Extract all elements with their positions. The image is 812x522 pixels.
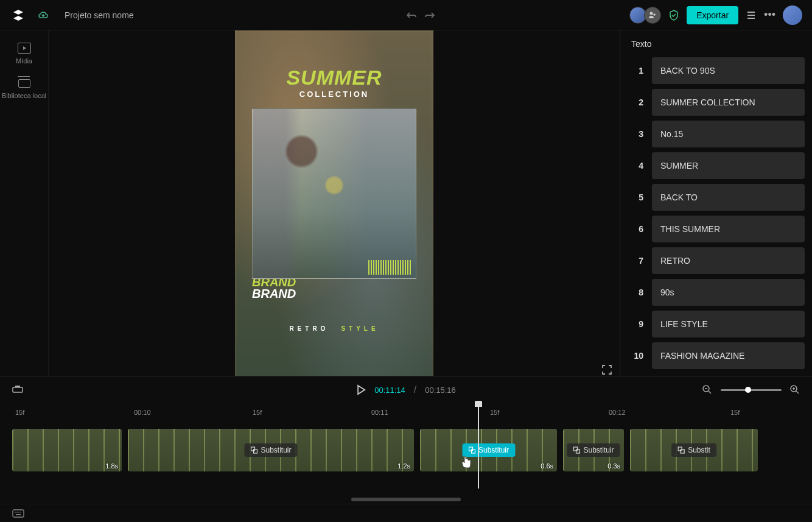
preview-brand-2: BRAND <box>252 287 296 301</box>
text-list-item: 2SUMMER COLLECTION <box>631 89 805 116</box>
playhead[interactable] <box>478 403 479 488</box>
more-menu-icon[interactable]: ••• <box>764 9 775 21</box>
timeline-clip[interactable]: Substituir1.2s <box>128 429 414 471</box>
replace-button[interactable]: Substit <box>671 443 716 457</box>
timeline-clip[interactable]: Substit <box>630 429 758 471</box>
app-logo-icon[interactable] <box>10 6 28 24</box>
replace-button[interactable]: Substituir <box>244 443 297 457</box>
svg-rect-15 <box>469 447 472 451</box>
timeline-scrollbar[interactable] <box>351 498 461 501</box>
timeline-mode-icon[interactable] <box>12 386 23 394</box>
svg-rect-17 <box>573 447 577 451</box>
text-item-number: 10 <box>631 351 643 361</box>
text-list-item: 5BACK TO <box>631 184 805 211</box>
sidebar-item-library[interactable]: Biblioteca local <box>2 79 46 100</box>
fullscreen-icon[interactable] <box>601 364 612 375</box>
user-avatar[interactable] <box>783 5 802 25</box>
text-item-number: 7 <box>631 256 643 266</box>
text-list-item: 4SUMMER <box>631 152 805 179</box>
ruler-mark: 15f <box>490 409 499 416</box>
svg-rect-13 <box>251 447 254 451</box>
cloud-sync-icon[interactable] <box>38 10 50 20</box>
replace-icon <box>250 446 257 454</box>
preview-retro: RETRO <box>289 325 329 332</box>
svg-rect-26 <box>16 514 21 515</box>
svg-rect-20 <box>681 450 684 453</box>
text-item-number: 6 <box>631 224 643 234</box>
text-item-box[interactable]: No.15 <box>652 121 805 147</box>
text-item-number: 1 <box>631 66 643 76</box>
svg-rect-4 <box>13 387 23 392</box>
svg-rect-2 <box>747 15 755 16</box>
ruler-mark: 15f <box>253 409 262 416</box>
sidebar-item-label: Mídia <box>16 57 32 65</box>
text-list-item: 7RETRO <box>631 247 805 274</box>
clip-duration: 1.2s <box>397 462 410 470</box>
replace-button[interactable]: Substituir <box>462 443 515 457</box>
zoom-slider[interactable] <box>721 389 782 391</box>
sidebar-item-media[interactable]: Mídia <box>16 43 32 65</box>
ruler-mark: 00:11 <box>371 409 388 416</box>
play-button[interactable] <box>356 384 366 395</box>
text-item-box[interactable]: RETRO <box>652 247 805 274</box>
text-item-number: 2 <box>631 97 643 107</box>
export-button[interactable]: Exportar <box>687 6 738 24</box>
library-icon <box>18 79 30 88</box>
zoom-in-icon[interactable] <box>790 385 800 395</box>
text-panel: Texto 1BACK TO 90S2SUMMER COLLECTION3No.… <box>620 30 812 376</box>
svg-point-24 <box>18 512 19 513</box>
header-left: Projeto sem nome <box>10 6 632 24</box>
clip-duration: 1.8s <box>105 462 118 470</box>
layers-icon[interactable] <box>746 10 757 20</box>
timeline-clip[interactable]: Substituir0.3s <box>563 429 624 471</box>
replace-icon <box>677 446 685 454</box>
preview-inset-image <box>252 108 416 279</box>
text-item-box[interactable]: 90s <box>652 279 805 306</box>
video-preview[interactable]: SUMMER COLLECTION BRAND BRAND RETRO STYL… <box>235 30 433 376</box>
text-item-box[interactable]: THIS SUMMER <box>652 216 805 242</box>
redo-button[interactable] <box>424 10 436 20</box>
timeline-clip[interactable]: 1.8s <box>12 429 122 471</box>
text-item-number: 5 <box>631 192 643 202</box>
header-right: Exportar ••• <box>632 5 802 25</box>
replace-button[interactable]: Substituir <box>567 443 620 457</box>
replace-icon <box>573 446 580 454</box>
text-list-item: 3No.15 <box>631 121 805 147</box>
timeline-ruler[interactable]: 15f00:1015f00:1115f00:1215f <box>0 403 812 421</box>
zoom-out-icon[interactable] <box>702 385 712 395</box>
app-header: Projeto sem nome Exportar ••• <box>0 0 812 30</box>
barcode-icon <box>368 260 411 275</box>
svg-rect-18 <box>576 450 579 453</box>
text-item-number: 9 <box>631 319 643 329</box>
zoom-handle[interactable] <box>745 387 751 393</box>
svg-rect-3 <box>747 18 755 19</box>
text-item-number: 4 <box>631 161 643 171</box>
text-item-box[interactable]: SUMMER <box>652 152 805 179</box>
ruler-mark: 00:12 <box>609 409 626 416</box>
undo-button[interactable] <box>405 10 418 20</box>
project-name[interactable]: Projeto sem nome <box>65 10 134 20</box>
svg-point-0 <box>650 12 653 15</box>
security-icon[interactable] <box>668 9 679 21</box>
text-list-item: 6THIS SUMMER <box>631 216 805 242</box>
timeline-clip[interactable]: Substituir0.6s <box>420 429 557 471</box>
collaborators[interactable] <box>632 7 661 24</box>
preview-subtitle: COLLECTION <box>299 90 369 99</box>
text-item-box[interactable]: BACK TO 90S <box>652 57 805 84</box>
svg-rect-16 <box>471 450 475 453</box>
keyboard-icon[interactable] <box>12 509 24 518</box>
svg-point-22 <box>15 512 16 513</box>
text-item-box[interactable]: BACK TO <box>652 184 805 211</box>
text-item-box[interactable]: SUMMER COLLECTION <box>652 89 805 116</box>
panel-title: Texto <box>620 30 812 55</box>
svg-rect-14 <box>253 450 257 453</box>
media-icon <box>18 43 31 54</box>
svg-rect-21 <box>13 510 24 517</box>
text-item-box[interactable]: LIFE STYLE <box>652 311 805 337</box>
sidebar-item-label: Biblioteca local <box>2 91 46 100</box>
add-collaborator-icon <box>644 7 661 24</box>
status-bar <box>0 504 812 522</box>
svg-rect-19 <box>678 447 682 451</box>
ruler-mark: 00:10 <box>134 409 151 416</box>
text-item-box[interactable]: FASHION MAGAZINE <box>652 342 805 369</box>
